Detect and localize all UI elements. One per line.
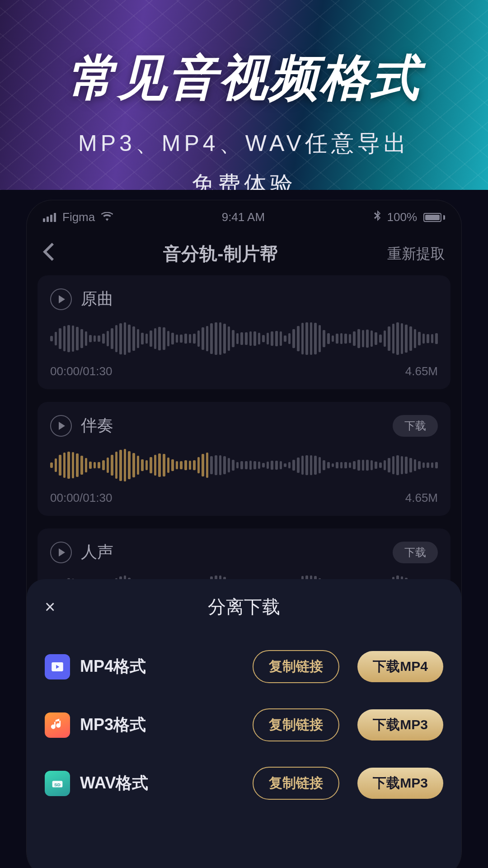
waveform[interactable] (50, 321, 438, 356)
top-bar: 音分轨-制片帮 重新提取 (27, 229, 461, 275)
format-row: MP4格式复制链接下载MP4 (45, 637, 443, 696)
status-time: 9:41 AM (222, 210, 265, 224)
wav-icon: SD (45, 771, 70, 796)
waveform[interactable] (50, 448, 438, 483)
download-chip[interactable]: 下载 (393, 415, 438, 437)
copy-link-button[interactable]: 复制链接 (253, 767, 339, 800)
track-card: 伴奏下载00:00/01:304.65M (38, 402, 450, 516)
track-name: 人声 (81, 541, 113, 563)
mp4-icon (45, 654, 70, 679)
download-button[interactable]: 下载MP3 (357, 709, 443, 741)
format-row: MP3格式复制链接下载MP3 (45, 696, 443, 754)
download-button[interactable]: 下载MP4 (357, 651, 443, 682)
signal-icon (43, 213, 56, 222)
track-name: 伴奏 (81, 415, 113, 437)
track-size: 4.65M (405, 364, 438, 378)
play-button[interactable] (50, 288, 72, 310)
phone-frame: Figma 9:41 AM 100% 音分轨-制片帮 重新提取 原曲00:00/… (26, 200, 462, 868)
track-time: 00:00/01:30 (50, 491, 112, 505)
hero-title: 常见音视频格式 (0, 45, 488, 111)
track-name: 原曲 (81, 288, 113, 310)
format-label: MP3格式 (80, 714, 243, 736)
reextract-button[interactable]: 重新提取 (387, 244, 445, 264)
copy-link-button[interactable]: 复制链接 (253, 708, 339, 741)
format-label: MP4格式 (80, 656, 243, 678)
status-bar: Figma 9:41 AM 100% (27, 200, 461, 229)
hero-subtitle-1: MP3、MP4、WAV任意导出 (0, 128, 488, 159)
format-row: SDWAV格式复制链接下载MP3 (45, 754, 443, 812)
copy-link-button[interactable]: 复制链接 (253, 650, 339, 683)
back-button[interactable] (43, 243, 54, 265)
mp3-icon (45, 712, 70, 738)
hero-subtitle-2: 免费体验 (0, 170, 488, 190)
download-chip[interactable]: 下载 (393, 542, 438, 563)
wifi-icon (101, 210, 113, 224)
track-card: 原曲00:00/01:304.65M (38, 275, 450, 389)
carrier-label: Figma (62, 210, 95, 224)
battery-label: 100% (387, 210, 418, 224)
hero-banner: 常见音视频格式 MP3、MP4、WAV任意导出 免费体验 (0, 0, 488, 190)
format-label: WAV格式 (80, 772, 243, 794)
download-button[interactable]: 下载MP3 (357, 768, 443, 799)
sheet-title: 分离下载 (45, 594, 443, 619)
play-button[interactable] (50, 542, 72, 563)
track-size: 4.65M (405, 491, 438, 505)
play-button[interactable] (50, 415, 72, 437)
bluetooth-icon (374, 210, 381, 224)
battery-icon (423, 213, 445, 222)
svg-text:SD: SD (54, 782, 61, 787)
track-time: 00:00/01:30 (50, 364, 112, 378)
download-sheet: × 分离下载 MP4格式复制链接下载MP4MP3格式复制链接下载MP3SDWAV… (27, 579, 461, 868)
page-title: 音分轨-制片帮 (163, 241, 277, 266)
